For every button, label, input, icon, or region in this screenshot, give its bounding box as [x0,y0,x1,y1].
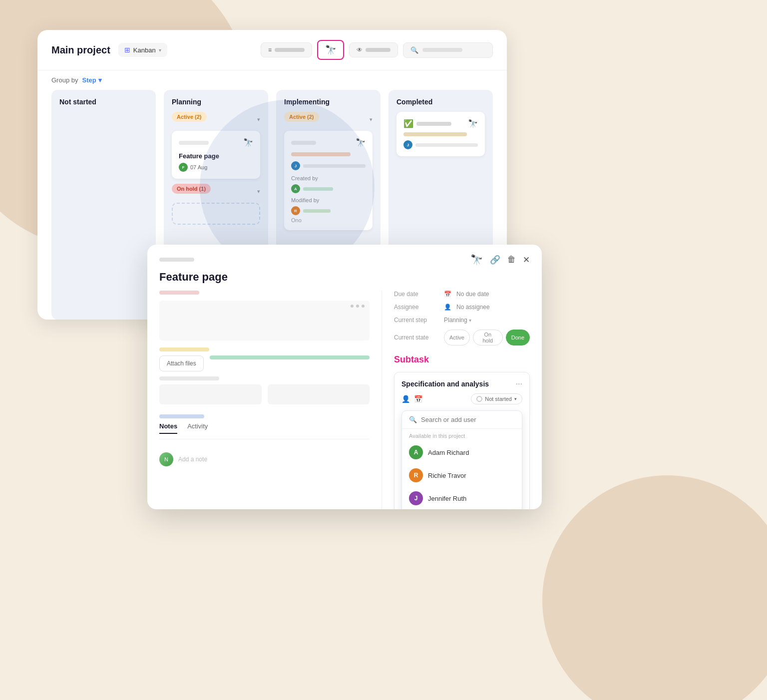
user-search-input[interactable] [421,416,515,423]
search-control[interactable]: 🔍 [403,42,493,58]
user-icon: 👤 [444,304,451,311]
groupby-button[interactable]: Step ▾ [82,76,101,84]
implementing-chevron[interactable]: ▾ [370,116,373,123]
kanban-icon: ⊞ [124,46,130,54]
assignee-value[interactable]: No assignee [456,304,490,311]
groupby-label: Group by [51,76,78,84]
due-date-value[interactable]: No due date [456,291,489,298]
user-avatar-adam: A [409,445,423,459]
modal-breadcrumb [159,258,194,262]
attach-files-button[interactable]: Attach files [159,355,204,371]
due-date-label: Due date [394,291,439,298]
pink-line-1 [159,291,199,295]
subtask-meta: 👤 📅 Not started ▾ [401,393,522,404]
impl-card-avatar-row: J [291,161,366,170]
subtask-calendar-icon: 📅 [414,395,422,403]
assignee-row: Assignee 👤 No assignee [394,304,530,311]
text-dots [159,301,370,312]
state-onhold-button[interactable]: On hold [473,330,503,346]
kanban-header: Main project ⊞ Kanban ▾ ≡ 🔭 👁 🔍 [37,30,507,70]
subtask-header: Specification and analysis ··· [401,379,522,388]
planning-onhold-chevron[interactable]: ▾ [257,188,260,195]
tabs-row: Notes Activity [159,422,370,439]
col-title-completed: Completed [396,98,485,106]
detail-modal: 🔭 🔗 🗑 ✕ Feature page Attach [147,245,542,509]
watch-button[interactable]: 🔭 [317,40,344,60]
two-col-1 [159,384,370,409]
notes-avatar: N [159,452,173,466]
subtask-status-button[interactable]: Not started ▾ [471,393,522,404]
modal-title: Feature page [147,266,542,291]
planning-active-chevron[interactable]: ▾ [257,116,260,123]
col-title-not-started: Not started [59,98,148,106]
subtask-icons: 👤 📅 [401,395,422,403]
card-date: F 07 Aug [179,163,253,172]
implementing-active-badge: Active (2) [284,112,319,122]
yellow-line-1 [159,348,209,351]
current-step-value[interactable]: Planning ▾ [444,317,471,324]
creator-avatar: A [291,184,300,193]
planning-active-badge: Active (2) [172,112,207,122]
view-options-button[interactable]: 👁 [349,42,398,57]
completed-check-icon: ✅ [403,119,413,128]
form-box-1[interactable] [159,384,262,404]
subtask-section: Subtask Specification and analysis ··· 👤… [394,354,530,509]
tab-activity[interactable]: Activity [187,422,208,434]
subtask-user-icon: 👤 [401,395,410,403]
add-note-placeholder: Add a note [178,456,207,463]
form-box-2[interactable] [268,384,370,404]
modifier-avatar: R [291,206,300,215]
modal-close-button[interactable]: ✕ [523,255,530,265]
view-selector-button[interactable]: ⊞ Kanban ▾ [118,43,167,57]
status-chevron: ▾ [514,396,517,401]
col-title-planning: Planning [172,98,260,106]
subtask-status: Not started [485,396,512,402]
completed-watch-icon: 🔭 [468,119,478,128]
eye-icon: 👁 [357,46,363,53]
created-by-row: A [291,184,366,193]
planning-card-1: 🔭 Feature page F 07 Aug [172,131,260,179]
user-item-adam[interactable]: A Adam Richard [402,441,522,464]
header-controls: ≡ 🔭 👁 🔍 [261,40,493,60]
card-title-feature-page[interactable]: Feature page [179,152,253,160]
state-done-button[interactable]: Done [506,330,530,346]
impl-card-line [291,141,316,145]
notes-placeholder[interactable]: N Add a note [159,446,370,472]
filter-button[interactable]: ≡ [261,42,312,57]
assignee-label: Assignee [394,304,439,311]
background-blob-2 [542,475,767,700]
impl-avatar: J [291,161,300,170]
filter-icon: ≡ [268,46,272,53]
modal-trash-button[interactable]: 🗑 [507,255,516,265]
user-name-adam: Adam Richard [428,449,469,456]
implementing-card-1: 🔭 J Created by A Modified by [284,131,373,230]
not-started-circle [476,396,482,402]
modal-right-panel: Due date 📅 No due date Assignee 👤 No ass… [382,291,542,509]
modal-watch-button[interactable]: 🔭 [470,254,483,266]
current-state-label: Current state [394,334,439,341]
card-avatar: F [179,163,188,172]
text-block-1[interactable] [159,301,370,341]
user-avatar-jennifer: J [409,491,423,505]
current-step-label: Current step [394,317,439,324]
user-item-jennifer[interactable]: J Jennifer Ruth [402,487,522,509]
card-watch-icon: 🔭 [243,138,253,147]
modal-link-button[interactable]: 🔗 [490,255,500,265]
modified-by-label: Modified by [291,197,366,203]
completed-card-1: ✅ 🔭 J [396,112,485,156]
col-title-implementing: Implementing [284,98,373,106]
user-search-input-row: 🔍 [402,411,522,429]
user-item-richie[interactable]: R Richie Travor [402,464,522,487]
kanban-title: Main project [51,44,110,56]
modified-by-row: R [291,206,366,215]
state-buttons: Active On hold Done [444,330,530,346]
state-active-button[interactable]: Active [444,330,470,346]
binoculars-icon: 🔭 [325,44,336,55]
tab-notes[interactable]: Notes [159,422,177,434]
subtask-menu-button[interactable]: ··· [516,379,522,388]
planning-dashed-card [172,203,260,225]
attach-and-field-row: Attach files [159,355,370,371]
modal-body: Attach files Notes Activity N Add a note [147,291,542,509]
chevron-down-icon: ▾ [98,76,102,84]
subtask-heading: Subtask [394,354,530,365]
